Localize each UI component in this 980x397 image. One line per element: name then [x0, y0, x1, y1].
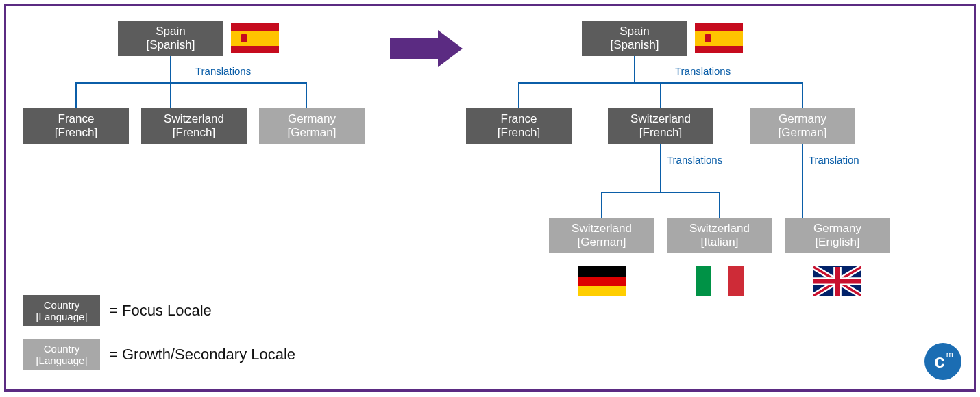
country: Germany: [779, 112, 826, 126]
connector: [660, 82, 661, 108]
legend-focus-text: = Focus Locale: [109, 302, 212, 320]
country: Switzerland: [630, 112, 691, 126]
translations-label: Translations: [675, 65, 731, 77]
language: [German]: [578, 235, 626, 249]
legend-language: [Language]: [36, 355, 87, 366]
connector: [75, 82, 307, 84]
uk-flag-icon: [813, 266, 861, 296]
node-right-france: France [French]: [466, 108, 572, 144]
brand-logo-icon: cm: [924, 343, 961, 380]
translations-label: Translations: [667, 154, 722, 166]
diagram-frame: Spain [Spanish] Translations France [Fre…: [4, 4, 976, 392]
country: Switzerland: [689, 222, 750, 235]
connector: [802, 144, 803, 218]
language: [English]: [815, 235, 859, 249]
node-left-spain: Spain [Spanish]: [118, 21, 223, 56]
language: [German]: [779, 126, 827, 140]
translation-label: Translation: [809, 154, 859, 166]
language: [Italian]: [701, 235, 739, 249]
legend-country: Country: [44, 343, 80, 355]
node-right-switzerland: Switzerland [French]: [608, 108, 713, 144]
connector: [719, 192, 720, 218]
language: [Spanish]: [147, 38, 195, 52]
node-right-spain: Spain [Spanish]: [582, 21, 687, 56]
node-right-swiss-italian: Switzerland [Italian]: [667, 218, 772, 253]
connector: [634, 56, 635, 82]
country: Spain: [156, 25, 185, 38]
country: Switzerland: [572, 222, 632, 235]
country: Spain: [620, 25, 649, 38]
spain-flag-icon: [695, 23, 743, 53]
language: [German]: [288, 126, 336, 140]
country: France: [58, 112, 95, 126]
country: Germany: [813, 222, 861, 235]
legend-growth-text: = Growth/Secondary Locale: [109, 346, 295, 363]
language: [French]: [498, 126, 540, 140]
translations-label: Translations: [195, 65, 251, 77]
connector: [601, 192, 720, 193]
connector: [601, 192, 602, 218]
connector: [660, 144, 661, 192]
language: [Spanish]: [611, 38, 659, 52]
country: Germany: [288, 112, 336, 126]
connector: [170, 82, 171, 108]
country: France: [501, 112, 537, 126]
node-left-switzerland: Switzerland [French]: [141, 108, 247, 144]
node-left-france: France [French]: [23, 108, 129, 144]
spain-flag-icon: [231, 23, 279, 53]
language: [French]: [639, 126, 682, 140]
connector: [802, 82, 803, 108]
legend-language: [Language]: [36, 311, 87, 322]
italy-flag-icon: [696, 266, 744, 296]
legend-growth-swatch: Country [Language]: [23, 339, 100, 370]
node-right-germany-english: Germany [English]: [785, 218, 890, 253]
language: [French]: [173, 126, 215, 140]
connector: [518, 82, 519, 108]
germany-flag-icon: [578, 266, 626, 296]
logo-sup: m: [946, 350, 953, 359]
legend-country: Country: [44, 299, 80, 311]
connector: [75, 82, 77, 108]
country: Switzerland: [164, 112, 224, 126]
node-right-germany: Germany [German]: [750, 108, 855, 144]
legend-focus-swatch: Country [Language]: [23, 295, 100, 326]
logo-text: c: [934, 350, 945, 372]
language: [French]: [55, 126, 97, 140]
connector: [306, 82, 307, 108]
connector: [170, 56, 171, 82]
node-left-germany: Germany [German]: [259, 108, 365, 144]
node-right-swiss-german: Switzerland [German]: [549, 218, 654, 253]
